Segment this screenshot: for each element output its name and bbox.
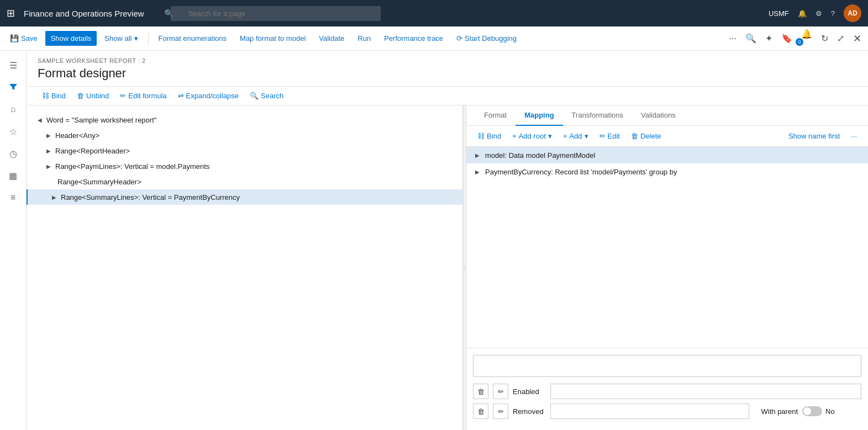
sidebar-clock-icon[interactable]: ◷ <box>3 144 23 163</box>
more-dots-icon: ··· <box>729 34 737 44</box>
show-all-chevron-icon: ▾ <box>134 34 138 43</box>
show-all-button[interactable]: Show all ▾ <box>99 31 143 46</box>
removed-field-row: 🗑 ✏ Removed With parent No <box>473 404 861 419</box>
removed-edit-button[interactable]: ✏ <box>493 404 508 419</box>
favorites-icon-button[interactable]: ✦ <box>763 31 775 46</box>
main-layout: ☰ ⌂ ☆ ◷ ▦ ≡ SAMPLE WORKSHEET REPORT : 2 … <box>0 51 868 430</box>
page-header: SAMPLE WORKSHEET REPORT : 2 Format desig… <box>27 51 868 87</box>
tree-item-root-label: Word = "Sample worksheet report" <box>46 116 156 124</box>
mapping-bind-icon: ⛓ <box>477 132 485 140</box>
tree-item-header[interactable]: ▶ Header<Any> <box>27 128 462 143</box>
sidebar-filter-icon[interactable] <box>3 77 23 97</box>
search-format-button[interactable]: 🔍 Search <box>245 89 288 103</box>
mapping-row-model-label: model: Data model PaymentModel <box>485 151 595 160</box>
show-details-button[interactable]: Show details <box>45 31 97 46</box>
mapping-toolbar: ⛓ Bind + Add root ▾ + Add ▾ ✏ <box>466 126 868 147</box>
add-root-plus-icon: + <box>512 132 517 140</box>
expand-collapse-button[interactable]: ⇌ Expand/collapse <box>173 89 243 103</box>
mapping-row-model[interactable]: ▶ model: Data model PaymentModel <box>466 147 868 163</box>
save-disk-icon: 💾 <box>10 34 19 43</box>
enabled-edit-button[interactable]: ✏ <box>493 384 508 399</box>
edit-formula-button[interactable]: ✏ Edit formula <box>115 89 171 103</box>
add-button[interactable]: + Add ▾ <box>559 129 593 143</box>
edit-mapping-button[interactable]: ✏ Edit <box>595 129 624 143</box>
enabled-input[interactable] <box>550 384 861 399</box>
with-parent-label: With parent <box>754 407 798 416</box>
validate-button[interactable]: Validate <box>313 31 350 46</box>
settings-gear-icon[interactable]: ⚙ <box>816 9 822 18</box>
left-sidebar: ☰ ⌂ ☆ ◷ ▦ ≡ <box>0 51 27 430</box>
notification-badge-wrapper: 🔔 0 <box>799 26 814 50</box>
notification-count: 0 <box>796 38 803 46</box>
app-grid-icon[interactable]: ⊞ <box>7 7 15 19</box>
enabled-delete-button[interactable]: 🗑 <box>473 384 488 399</box>
mapping-bind-button[interactable]: ⛓ Bind <box>473 129 506 143</box>
search-format-icon: 🔍 <box>250 92 259 100</box>
performance-trace-button[interactable]: Performance trace <box>378 31 449 46</box>
avatar[interactable]: AD <box>844 4 861 22</box>
expand-collapse-icon: ⇌ <box>178 92 184 100</box>
mapping-bottom: 🗑 ✏ Enabled 🗑 ✏ Removed With parent <box>466 348 868 430</box>
add-icon: + <box>563 132 567 140</box>
sidebar-grid-icon[interactable]: ▦ <box>3 166 23 185</box>
global-search-input[interactable] <box>171 6 381 21</box>
mapping-row-payment-label: PaymentByCurrency: Record list 'model/Pa… <box>485 168 677 176</box>
with-parent-toggle-wrapper: No <box>802 406 835 416</box>
tree-item-summary-header[interactable]: Range<SummaryHeader> <box>27 174 462 189</box>
mapping-tree: ▶ model: Data model PaymentModel ▶ Payme… <box>466 147 868 348</box>
show-name-first-button[interactable]: Show name first <box>784 129 844 143</box>
unbind-button[interactable]: 🗑 Unbind <box>72 89 113 103</box>
debug-icon: ⟳ <box>456 34 462 43</box>
refresh-button[interactable]: ↻ <box>819 31 830 46</box>
sidebar-home-icon[interactable]: ⌂ <box>3 99 23 119</box>
search-cmd-button[interactable]: 🔍 <box>743 31 759 46</box>
sidebar-hamburger-icon[interactable]: ☰ <box>3 55 23 75</box>
map-expand-model: ▶ <box>473 151 482 160</box>
tree-item-root[interactable]: ◀ Word = "Sample worksheet report" <box>27 112 462 128</box>
tab-transformations[interactable]: Transformations <box>563 105 632 126</box>
bind-button[interactable]: ⛓ Bind <box>38 89 70 103</box>
add-root-button[interactable]: + Add root ▾ <box>508 129 556 143</box>
search-icon-cmd: 🔍 <box>745 33 756 44</box>
format-enumerations-button[interactable]: Format enumerations <box>153 31 233 46</box>
map-format-to-model-button[interactable]: Map format to model <box>234 31 311 46</box>
close-button[interactable]: ✕ <box>851 30 864 47</box>
formula-box[interactable] <box>473 355 861 377</box>
top-nav-right: USMF 🔔 ⚙ ? AD <box>769 4 861 22</box>
tree-item-paym-lines[interactable]: ▶ Range<PaymLines>: Vertical = model.Pay… <box>27 158 462 174</box>
mapping-more-button[interactable]: ··· <box>846 129 861 143</box>
more-options-button[interactable]: ··· <box>727 31 739 46</box>
notification-bell-icon[interactable]: 🔔 <box>798 9 807 18</box>
removed-delete-button[interactable]: 🗑 <box>473 404 488 419</box>
add-root-chevron-icon: ▾ <box>548 132 552 140</box>
sidebar-star-icon[interactable]: ☆ <box>3 121 23 141</box>
sidebar-list-icon[interactable]: ≡ <box>3 188 23 208</box>
toggle-value-label: No <box>825 407 835 416</box>
tab-mapping[interactable]: Mapping <box>515 105 562 126</box>
start-debugging-button[interactable]: ⟳ Start Debugging <box>451 31 522 46</box>
unbind-icon: 🗑 <box>77 92 84 100</box>
tree-item-report-header-label: Range<ReportHeader> <box>55 147 130 155</box>
with-parent-toggle[interactable] <box>802 406 822 416</box>
tab-validations[interactable]: Validations <box>632 105 685 126</box>
tree-item-paym-lines-label: Range<PaymLines>: Vertical = model.Payme… <box>55 162 209 171</box>
star-icon: ✦ <box>765 33 772 44</box>
edit-mapping-icon: ✏ <box>599 132 606 140</box>
tree-item-report-header[interactable]: ▶ Range<ReportHeader> <box>27 143 462 158</box>
user-label[interactable]: USMF <box>769 9 789 18</box>
right-panel: Format Mapping Transformations Validatio… <box>466 105 868 430</box>
removed-input[interactable] <box>550 404 749 419</box>
separator-1 <box>148 32 149 45</box>
tab-format[interactable]: Format <box>475 105 515 126</box>
expand-icon: ⤢ <box>837 33 844 44</box>
help-question-icon[interactable]: ? <box>831 9 835 18</box>
mapping-more-dots-icon: ··· <box>851 132 857 140</box>
mapping-row-payment[interactable]: ▶ PaymentByCurrency: Record list 'model/… <box>466 163 868 180</box>
bookmark-button[interactable]: 🔖 <box>779 31 795 46</box>
delete-button[interactable]: 🗑 Delete <box>627 129 666 143</box>
tree-item-summary-lines[interactable]: ▶ Range<SummaryLines>: Vertical = Paymen… <box>27 189 462 205</box>
edit-formula-icon: ✏ <box>120 92 126 100</box>
run-button[interactable]: Run <box>352 31 376 46</box>
save-button[interactable]: 💾 Save <box>4 31 43 46</box>
expand-button[interactable]: ⤢ <box>835 31 846 46</box>
